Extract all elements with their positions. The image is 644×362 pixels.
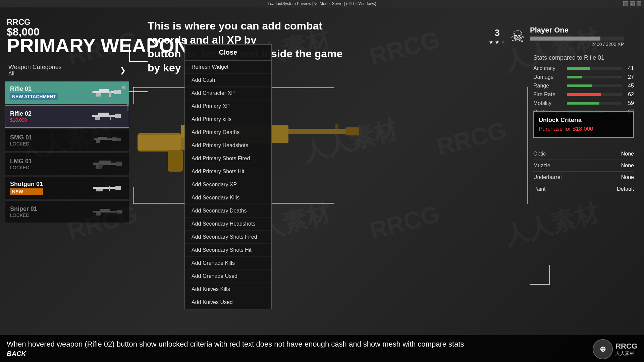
maximize-button[interactable]: □: [630, 1, 635, 6]
svg-rect-0: [93, 91, 116, 93]
weapon-item-lmg01-info: LMG 01 LOCKED: [10, 158, 32, 170]
dropdown-item[interactable]: Add Grenade Used: [185, 270, 271, 283]
logo-text: RRCG 人人素材: [615, 342, 637, 357]
minimize-button[interactable]: _: [623, 1, 628, 6]
stat-name: Damage: [533, 74, 564, 80]
dropdown-item[interactable]: Add Primary Headshots: [185, 139, 271, 152]
svg-rect-12: [92, 115, 94, 117]
stat-value: 45: [626, 83, 634, 89]
xp-bar-container: [530, 37, 624, 41]
weapon-list-panel: Weapon Categories All ❯ Rifle 01 NEW ATT…: [5, 61, 129, 224]
dropdown-item[interactable]: Add Secondary Shots Fired: [185, 231, 271, 244]
weapon-item-lmg01[interactable]: LMG 01 LOCKED: [5, 153, 129, 175]
logo-circle-icon: ⊕: [593, 339, 613, 359]
bottom-info-text: When hovered weapon (Rifle 02) button sh…: [7, 340, 637, 349]
gear-icon[interactable]: ⚙: [121, 84, 126, 91]
dropdown-item[interactable]: Add Primary XP: [185, 100, 271, 113]
dropdown-item[interactable]: Add Secondary Shots Hit: [185, 244, 271, 257]
weapon-item-smg01-image: [91, 133, 124, 148]
dropdown-item[interactable]: Add Cash: [185, 74, 271, 87]
stat-bar-fill: [567, 93, 601, 96]
dropdown-item[interactable]: Refresh Widget: [185, 61, 271, 74]
stat-bar-fill: [567, 67, 590, 70]
dropdown-item[interactable]: Add Character XP: [185, 87, 271, 100]
weapon-item-rifle01-name: Rifle 01: [10, 85, 58, 93]
weapon-item-smg01-name: SMG 01: [10, 134, 32, 141]
dropdown-close-button[interactable]: Close: [185, 45, 271, 61]
dropdown-item[interactable]: Add Primary Shots Fired: [185, 152, 271, 165]
attachment-label: Underbarrel: [533, 174, 561, 180]
svg-rect-3: [96, 93, 101, 97]
weapon-item-shotgun01-name: Shotgun 01: [10, 181, 43, 188]
svg-rect-37: [345, 127, 359, 135]
weapon-categories-arrow[interactable]: ❯: [120, 66, 126, 75]
svg-rect-23: [93, 187, 117, 189]
svg-rect-30: [96, 213, 101, 216]
attachment-row: Underbarrel None: [533, 172, 634, 183]
weapon-item-shotgun01-image: [91, 180, 124, 195]
dropdown-item[interactable]: Add Knives Kills: [185, 283, 271, 296]
stat-row: Fire Rate 62: [533, 92, 634, 98]
attachment-label: Muzzle: [533, 163, 550, 169]
weapon-item-rifle02-info: Rifle 02 $18,000: [10, 110, 32, 123]
stat-bar: [567, 76, 622, 78]
weapon-item-smg01[interactable]: SMG 01 LOCKED: [5, 129, 129, 152]
dropdown-item[interactable]: Add Knives Used: [185, 296, 271, 309]
unlock-criteria-title: Unlock Criteria: [539, 117, 629, 124]
stats-panel: Stats compared to Rifle 01 Accuracy 41 D…: [533, 54, 634, 118]
svg-rect-18: [93, 163, 118, 165]
stat-row: Damage 27: [533, 74, 634, 80]
stat-name: Accuracy: [533, 65, 564, 71]
weapon-categories-text: Weapon Categories: [8, 64, 62, 71]
stat-bar: [567, 93, 622, 96]
svg-rect-11: [110, 115, 111, 120]
dropdown-item[interactable]: Add Primary kills: [185, 113, 271, 126]
weapon-item-shotgun01[interactable]: Shotgun 01 NEW: [5, 177, 129, 199]
sniper01-icon: [92, 206, 123, 217]
dropdown-item[interactable]: Add Secondary XP: [185, 178, 271, 191]
dropdown-menu: Close Refresh WidgetAdd CashAdd Characte…: [184, 44, 272, 309]
svg-rect-20: [99, 161, 111, 163]
weapon-item-rifle02[interactable]: Rifle 02 $18,000: [5, 105, 129, 128]
dropdown-item[interactable]: Add Secondary Headshots: [185, 218, 271, 231]
weapon-item-rifle01-status: NEW ATTACHMENT: [10, 93, 58, 100]
rank-number: 3: [494, 27, 500, 38]
attachment-label: Optic: [533, 151, 546, 157]
weapon-item-rifle01[interactable]: Rifle 01 NEW ATTACHMENT ⚙: [5, 81, 129, 104]
stat-name: Range: [533, 83, 564, 89]
weapon-item-smg01-status: LOCKED: [10, 141, 32, 146]
attachment-value: Default: [617, 186, 634, 192]
dropdown-item[interactable]: Add Secondary Deaths: [185, 204, 271, 218]
brand-logo: RRCG: [7, 17, 31, 27]
back-button[interactable]: BACK: [7, 350, 637, 358]
attachment-value: None: [621, 151, 634, 157]
stat-value: 27: [626, 74, 634, 80]
bracket-top-left: [127, 91, 148, 111]
stat-bar: [567, 102, 622, 105]
title-bar: LoadoutSystem Preview [NetMode: Server] …: [0, 0, 644, 7]
dropdown-item[interactable]: Add Primary Shots Hit: [185, 165, 271, 178]
xp-text: 2400 / 3200 XP: [530, 42, 624, 47]
dropdown-item[interactable]: Add Primary Deaths: [185, 126, 271, 139]
game-area: RRCG 人人素材 RRCG 人人素材 人人素材 RRCG 人人素材 RRCG …: [0, 7, 644, 362]
unlock-criteria-box: Unlock Criteria Purchase for $18,000: [533, 111, 634, 138]
weapon-categories[interactable]: Weapon Categories All ❯: [5, 61, 129, 79]
svg-rect-25: [96, 189, 103, 191]
shotgun01-icon: [93, 183, 122, 193]
player-name: Player One: [530, 26, 624, 35]
info-text-line1: This is where you can add combat records…: [148, 19, 349, 47]
stat-name: Mobility: [533, 100, 564, 106]
logo-brand: RRCG: [615, 342, 637, 351]
svg-rect-7: [93, 115, 117, 117]
svg-rect-28: [117, 210, 122, 214]
vertical-line-right: [527, 87, 528, 204]
stat-bar: [567, 84, 622, 87]
rifle02-icon: [92, 110, 122, 123]
svg-rect-16: [96, 140, 100, 143]
dropdown-item[interactable]: Add Grenade Kills: [185, 257, 271, 270]
close-button[interactable]: ✕: [637, 1, 641, 6]
svg-rect-26: [109, 186, 110, 191]
dropdown-item[interactable]: Add Secondary Kills: [185, 191, 271, 204]
stats-title: Stats compared to Rifle 01: [533, 54, 634, 61]
weapon-item-sniper01[interactable]: Sniper 01 LOCKED: [5, 200, 129, 223]
